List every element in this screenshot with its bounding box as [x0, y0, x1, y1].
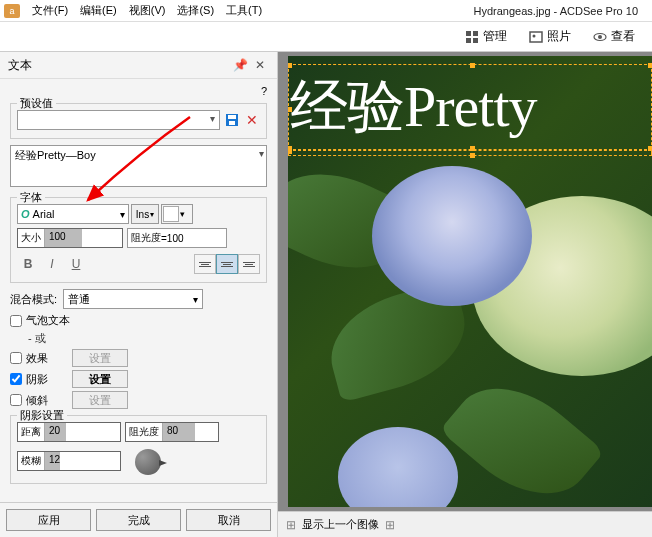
- skew-checkbox[interactable]: [10, 394, 22, 406]
- effect-checkbox[interactable]: [10, 352, 22, 364]
- text-panel: 文本 📌 ✕ ? 预设值 ✕ 经验Pretty—Boy ▾ 字体: [0, 52, 278, 537]
- svg-rect-10: [229, 121, 235, 125]
- svg-rect-4: [530, 32, 542, 42]
- view-tabs: 管理 照片 查看: [0, 22, 652, 52]
- panel-title: 文本: [8, 57, 32, 74]
- preset-dropdown[interactable]: [17, 110, 220, 130]
- font-name-value: Arial: [33, 208, 55, 220]
- menu-edit[interactable]: 编辑(E): [74, 3, 123, 18]
- svg-rect-0: [466, 31, 471, 36]
- photo-icon: [529, 30, 543, 44]
- image-canvas[interactable]: 经验Pretty: [288, 56, 652, 507]
- shadow-settings-group: 阴影设置 距离 20 阻光度 80 模糊 12: [10, 415, 267, 484]
- app-logo-icon: a: [4, 4, 20, 18]
- angle-dial[interactable]: [135, 449, 161, 475]
- blend-label: 混合模式:: [10, 292, 57, 307]
- align-right-button[interactable]: [238, 254, 260, 274]
- tab-view-label: 查看: [611, 28, 635, 45]
- preview-area: 经验Pretty ⊞ 显示上一个图像 ⊞: [278, 52, 652, 537]
- skew-set-button[interactable]: 设置: [72, 391, 128, 409]
- help-icon[interactable]: ?: [261, 85, 267, 97]
- menu-tools[interactable]: 工具(T): [220, 3, 268, 18]
- insert-button[interactable]: Ins: [131, 204, 159, 224]
- window-title: Hydrangeas.jpg - ACDSee Pro 10: [474, 5, 638, 17]
- blend-value: 普通: [68, 292, 90, 307]
- shadow-opacity-label: 阻光度: [126, 423, 163, 441]
- svg-rect-2: [466, 38, 471, 43]
- menubar: a 文件(F) 编辑(E) 视图(V) 选择(S) 工具(T) Hydrange…: [0, 0, 652, 22]
- distance-value: 20: [49, 425, 60, 436]
- image-content: [338, 427, 458, 507]
- menu-select[interactable]: 选择(S): [171, 3, 220, 18]
- bubble-label: 气泡文本: [26, 313, 70, 328]
- preset-group: 预设值 ✕: [10, 103, 267, 139]
- text-input[interactable]: 经验Pretty—Boy ▾: [10, 145, 267, 187]
- or-text: - 或: [28, 331, 267, 346]
- next-grid-icon[interactable]: ⊞: [385, 518, 395, 532]
- color-picker[interactable]: [161, 204, 193, 224]
- tab-photos[interactable]: 照片: [518, 24, 582, 49]
- apply-button[interactable]: 应用: [6, 509, 91, 531]
- svg-rect-9: [228, 115, 236, 119]
- font-dropdown[interactable]: O Arial: [17, 204, 129, 224]
- effect-label: 效果: [26, 351, 48, 366]
- svg-rect-1: [473, 31, 478, 36]
- svg-rect-3: [473, 38, 478, 43]
- image-content: [439, 362, 604, 507]
- menu-file[interactable]: 文件(F): [26, 3, 74, 18]
- distance-slider[interactable]: 距离 20: [17, 422, 121, 442]
- preset-label: 预设值: [17, 96, 56, 111]
- shadow-checkbox[interactable]: [10, 373, 22, 385]
- shadow-opacity-slider[interactable]: 阻光度 80: [125, 422, 219, 442]
- tab-manage-label: 管理: [483, 28, 507, 45]
- color-swatch: [163, 206, 179, 222]
- opacity-slider[interactable]: 阻光度 = 100: [127, 228, 227, 248]
- preview-footer: ⊞ 显示上一个图像 ⊞: [278, 511, 652, 537]
- pin-icon[interactable]: 📌: [231, 56, 249, 74]
- size-label: 大小: [18, 229, 45, 247]
- svg-point-5: [533, 34, 536, 37]
- align-center-button[interactable]: [216, 254, 238, 274]
- text-input-value: 经验Pretty—Boy: [15, 149, 96, 161]
- opacity-label: 阻光度 = 100: [128, 229, 187, 247]
- font-group: 字体 O Arial Ins 大小 100 阻光度 = 100: [10, 197, 267, 283]
- prev-grid-icon[interactable]: ⊞: [286, 518, 296, 532]
- distance-label: 距离: [18, 423, 45, 441]
- tab-view[interactable]: 查看: [582, 24, 646, 49]
- blend-dropdown[interactable]: 普通: [63, 289, 203, 309]
- size-slider[interactable]: 大小 100: [17, 228, 123, 248]
- underline-button[interactable]: U: [65, 254, 87, 274]
- footer-label: 显示上一个图像: [302, 517, 379, 532]
- panel-header: 文本 📌 ✕: [0, 52, 277, 79]
- font-label: 字体: [17, 190, 45, 205]
- svg-point-7: [598, 35, 602, 39]
- size-value: 100: [49, 231, 66, 242]
- done-button[interactable]: 完成: [96, 509, 181, 531]
- close-icon[interactable]: ✕: [251, 56, 269, 74]
- cancel-button[interactable]: 取消: [186, 509, 271, 531]
- align-left-button[interactable]: [194, 254, 216, 274]
- effect-set-button[interactable]: 设置: [72, 349, 128, 367]
- shadow-group-label: 阴影设置: [17, 408, 67, 423]
- bubble-checkbox[interactable]: [10, 315, 22, 327]
- shadow-set-button[interactable]: 设置: [72, 370, 128, 388]
- blur-slider[interactable]: 模糊 12: [17, 451, 121, 471]
- delete-icon[interactable]: ✕: [244, 112, 260, 128]
- save-icon[interactable]: [224, 112, 240, 128]
- eye-icon: [593, 30, 607, 44]
- skew-label: 倾斜: [26, 393, 48, 408]
- blur-label: 模糊: [18, 452, 45, 470]
- image-content: [372, 166, 532, 306]
- menu-view[interactable]: 视图(V): [123, 3, 172, 18]
- selection-box-2[interactable]: [288, 150, 652, 156]
- shadow-opacity-value: 80: [167, 425, 178, 436]
- italic-button[interactable]: I: [41, 254, 63, 274]
- grid-icon: [465, 30, 479, 44]
- tab-photos-label: 照片: [547, 28, 571, 45]
- blur-value: 12: [49, 454, 60, 465]
- text-overlay[interactable]: 经验Pretty: [290, 68, 652, 146]
- shadow-label: 阴影: [26, 372, 48, 387]
- tab-manage[interactable]: 管理: [454, 24, 518, 49]
- bold-button[interactable]: B: [17, 254, 39, 274]
